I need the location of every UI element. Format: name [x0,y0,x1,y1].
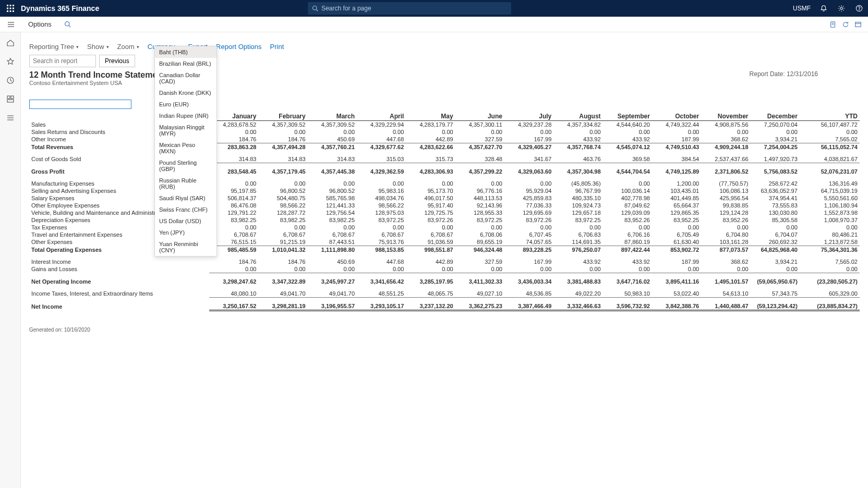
attach-icon[interactable] [829,21,837,28]
svg-rect-1 [10,5,11,6]
top-navbar: Dynamics 365 Finance USMF [0,0,868,17]
svg-rect-4 [10,8,11,9]
page-search-icon[interactable] [64,21,71,28]
svg-rect-8 [13,10,14,12]
notifications-icon[interactable] [819,4,828,13]
svg-rect-3 [7,8,8,9]
options-bar: Options [0,17,868,32]
search-icon [312,5,318,11]
popout-icon[interactable] [854,21,862,28]
nav-toggle-icon[interactable] [6,20,16,29]
app-title: Dynamics 365 Finance [21,4,99,13]
svg-rect-22 [855,22,861,27]
waffle-icon[interactable] [4,2,17,15]
refresh-icon[interactable] [842,21,849,28]
svg-rect-0 [7,5,8,6]
svg-point-11 [840,7,842,9]
settings-icon[interactable] [837,4,846,13]
legal-entity[interactable]: USMF [793,5,811,12]
svg-point-17 [65,22,69,26]
svg-rect-7 [10,10,11,12]
svg-rect-5 [13,8,14,9]
svg-point-13 [859,10,860,10]
help-icon[interactable] [854,4,864,13]
svg-rect-2 [13,5,14,6]
options-tab[interactable]: Options [28,20,52,28]
svg-point-9 [313,6,317,10]
svg-line-18 [69,26,70,27]
svg-line-10 [316,9,318,11]
svg-rect-6 [7,10,8,12]
global-search[interactable] [308,2,511,15]
global-search-input[interactable] [321,5,507,12]
